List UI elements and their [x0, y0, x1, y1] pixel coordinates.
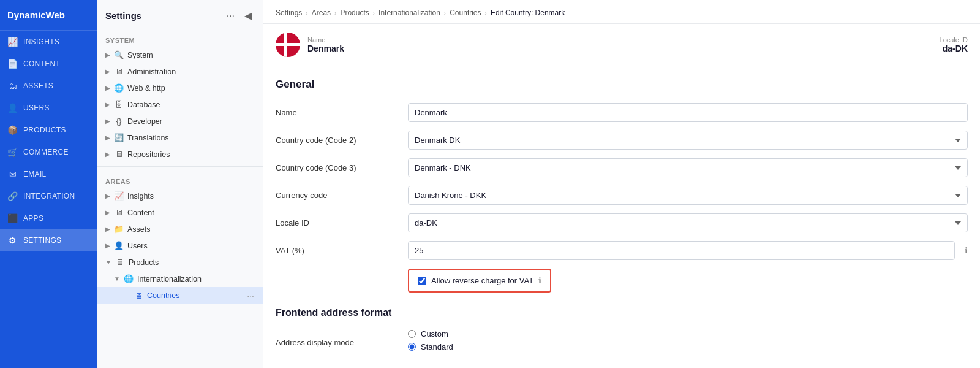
custom-radio[interactable]	[408, 330, 416, 338]
system-tree-item-system[interactable]: ▶ 🔍 System	[97, 47, 263, 63]
nav-item-settings[interactable]: ⚙ SETTINGS	[0, 229, 97, 251]
nav-item-commerce[interactable]: 🛒 COMMERCE	[0, 141, 97, 163]
areas-tree: ▶ 📈 Insights ▶ 🖥 Content ▶ 📁 Assets ▶ 👤 …	[97, 188, 263, 304]
tree-item-icon: 📈	[114, 191, 124, 201]
areas-tree-item-countries[interactable]: 🖥 Countries ···	[97, 287, 263, 304]
reverse-charge-checkbox[interactable]	[418, 277, 426, 285]
breadcrumb-item-1[interactable]: Areas	[312, 9, 331, 17]
input-name[interactable]	[408, 103, 968, 122]
form-row-country-code-code-3: Country code (Code 3)Denmark - DNK	[276, 158, 968, 177]
vat-info-icon[interactable]: ℹ	[965, 246, 968, 255]
breadcrumb-separator: ›	[373, 10, 375, 17]
assets-icon: 🗂	[7, 81, 18, 91]
settings-header: Settings ··· ◀	[97, 0, 263, 29]
nav-label-settings: SETTINGS	[23, 236, 61, 245]
areas-tree-item-content[interactable]: ▶ 🖥 Content	[97, 204, 263, 221]
locale-id-value: da-DK	[940, 44, 968, 53]
system-tree: ▶ 🔍 System ▶ 🖥 Administration ▶ 🌐 Web & …	[97, 47, 263, 163]
chevron-icon: ▶	[105, 151, 110, 158]
nav-item-content[interactable]: 📄 CONTENT	[0, 53, 97, 75]
nav-item-apps[interactable]: ⬛ APPS	[0, 207, 97, 229]
tree-item-icon: 🖥	[115, 258, 125, 267]
tree-item-label: Web & http	[127, 84, 165, 93]
areas-section-label: Areas	[97, 171, 263, 188]
chevron-icon: ▶	[105, 85, 110, 91]
tree-item-icon: 🌐	[124, 274, 134, 283]
nav-label-apps: APPS	[23, 214, 43, 223]
tree-item-icon: 👤	[114, 241, 124, 250]
areas-tree-item-internationalization[interactable]: ▼ 🌐 Internationalization	[97, 270, 263, 287]
tree-item-label: Insights	[127, 192, 154, 201]
input-vat-%[interactable]	[408, 241, 955, 260]
system-tree-item-repositories[interactable]: ▶ 🖥 Repositories	[97, 146, 263, 163]
country-info: Name Denmark	[276, 33, 344, 57]
custom-radio-label: Custom	[421, 329, 448, 339]
tree-item-label: Repositories	[127, 150, 170, 159]
select-country-code-code-2[interactable]: Denmark DK	[408, 131, 968, 150]
system-tree-item-web-&-http[interactable]: ▶ 🌐 Web & http	[97, 80, 263, 96]
settings-icon: ⚙	[7, 236, 18, 245]
form-field-label: Country code (Code 2)	[276, 136, 398, 145]
nav-item-email[interactable]: ✉ EMAIL	[0, 163, 97, 185]
tree-item-label: Products	[129, 258, 159, 267]
products-icon: 📦	[7, 125, 18, 135]
areas-tree-item-assets[interactable]: ▶ 📁 Assets	[97, 221, 263, 237]
tree-item-icon: 🖥	[134, 291, 143, 301]
settings-more-button[interactable]: ···	[224, 9, 237, 23]
frontend-address-section-title: Frontend address format	[276, 307, 968, 318]
breadcrumb-item-2[interactable]: Products	[340, 9, 369, 17]
chevron-icon: ▶	[105, 52, 110, 58]
tree-item-icon: 📁	[114, 224, 124, 234]
tree-item-label: Administration	[127, 67, 176, 76]
system-tree-item-translations[interactable]: ▶ 🔄 Translations	[97, 129, 263, 146]
item-dots[interactable]: ···	[247, 291, 254, 301]
form-row-currency-code: Currency codeDanish Krone - DKK	[276, 186, 968, 205]
nav-label-content: CONTENT	[23, 59, 60, 68]
chevron-icon: ▼	[114, 275, 120, 282]
email-icon: ✉	[7, 169, 18, 179]
nav-item-integration[interactable]: 🔗 INTEGRATION	[0, 185, 97, 207]
chevron-icon: ▶	[105, 209, 110, 216]
breadcrumb-separator: ›	[334, 10, 336, 17]
chevron-icon: ▼	[105, 259, 111, 266]
tree-item-icon: 🌐	[114, 83, 124, 93]
reverse-charge-info-icon[interactable]: ℹ	[538, 276, 541, 285]
tree-item-icon: 🖥	[114, 208, 124, 217]
breadcrumb-item-4[interactable]: Countries	[450, 9, 481, 17]
commerce-icon: 🛒	[7, 147, 18, 157]
select-currency-code[interactable]: Danish Krone - DKK	[408, 186, 968, 205]
select-locale-id[interactable]: da-DK	[408, 213, 968, 232]
locale-area: Locale ID da-DK	[940, 36, 968, 53]
system-tree-item-administration[interactable]: ▶ 🖥 Administration	[97, 63, 263, 80]
tree-item-icon: {}	[114, 117, 124, 126]
settings-collapse-button[interactable]: ◀	[242, 9, 254, 23]
nav-item-products[interactable]: 📦 PRODUCTS	[0, 119, 97, 141]
form-fields: NameCountry code (Code 2)Denmark DKCount…	[276, 103, 968, 260]
content-icon: 📄	[7, 59, 18, 69]
tree-item-icon: 🔄	[114, 133, 124, 142]
breadcrumb-item-0[interactable]: Settings	[276, 9, 302, 17]
tree-item-label: Internationalization	[137, 275, 202, 283]
nav-label-commerce: COMMERCE	[23, 148, 69, 156]
breadcrumb-current: Edit Country: Denmark	[491, 9, 565, 17]
left-sidebar: DynamicWeb 📈 INSIGHTS 📄 CONTENT 🗂 ASSETS…	[0, 0, 97, 368]
nav-item-insights[interactable]: 📈 INSIGHTS	[0, 31, 97, 53]
breadcrumb-item-3[interactable]: Internationalization	[379, 9, 440, 17]
select-country-code-code-3[interactable]: Denmark - DNK	[408, 158, 968, 177]
standard-radio[interactable]	[408, 343, 416, 351]
nav-item-assets[interactable]: 🗂 ASSETS	[0, 75, 97, 97]
chevron-icon: ▶	[105, 193, 110, 199]
settings-header-actions: ··· ◀	[224, 9, 254, 23]
nav-label-assets: ASSETS	[23, 82, 53, 90]
country-name-value: Denmark	[307, 44, 344, 53]
system-tree-item-developer[interactable]: ▶ {} Developer	[97, 113, 263, 129]
nav-item-users[interactable]: 👤 USERS	[0, 97, 97, 119]
areas-tree-item-products[interactable]: ▼ 🖥 Products	[97, 254, 263, 270]
system-tree-item-database[interactable]: ▶ 🗄 Database	[97, 96, 263, 113]
breadcrumb-separator: ›	[444, 10, 446, 17]
locale-id-label: Locale ID	[940, 36, 968, 44]
areas-tree-item-users[interactable]: ▶ 👤 Users	[97, 237, 263, 254]
areas-tree-item-insights[interactable]: ▶ 📈 Insights	[97, 188, 263, 204]
main-content: Settings›Areas›Products›Internationaliza…	[263, 0, 980, 368]
brand-logo: DynamicWeb	[0, 0, 97, 31]
